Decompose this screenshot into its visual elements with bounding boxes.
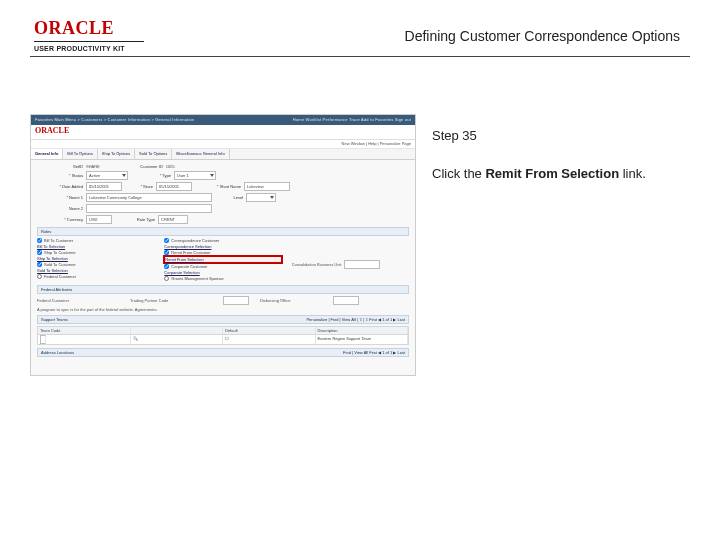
type-label: Type xyxy=(131,173,171,178)
header-rule xyxy=(30,56,690,57)
bill-to-selection-link[interactable]: Bill To Selection xyxy=(37,244,65,249)
ship-to-customer-label: Ship To Customer xyxy=(44,250,76,255)
disbursing-office-input[interactable] xyxy=(333,296,359,305)
support-teams-header: Support Teams Personalize | Find | View … xyxy=(37,315,409,324)
currency-label: Currency xyxy=(37,217,83,222)
tab-misc-general-info[interactable]: Miscellaneous General Info xyxy=(172,149,229,159)
currency-input[interactable]: USD xyxy=(86,215,112,224)
tab-bill-to-options[interactable]: Bill To Options xyxy=(63,149,98,159)
federal-note: A program to sync is for the port of the… xyxy=(37,307,409,312)
corporate-selection-link[interactable]: Corporate Selection xyxy=(164,270,199,275)
roles-col-middle: Correspondence Customer Correspondence S… xyxy=(164,238,281,282)
setid-label: SetID xyxy=(37,164,83,169)
logo-subtitle: USER PRODUCTIVITY KIT xyxy=(34,45,144,52)
oracle-wordmark: ORACLE xyxy=(34,18,144,39)
roles-col-left: Bill To Customer Bill To Selection Ship … xyxy=(37,238,154,282)
setid-value: SHARE xyxy=(86,164,100,169)
since-input[interactable]: 05/15/2001 xyxy=(156,182,192,191)
short-name-label: Short Name xyxy=(195,184,241,189)
since-label: Since xyxy=(125,184,153,189)
level-label: Level xyxy=(215,195,243,200)
customer-id-value: 1005 xyxy=(166,164,175,169)
consolidation-bu-input[interactable] xyxy=(344,260,380,269)
rate-type-input[interactable]: CRRNT xyxy=(158,215,188,224)
trading-partner-label: Trading Partner Code xyxy=(130,298,220,303)
ship-to-customer-checkbox[interactable] xyxy=(37,250,42,255)
disbursing-office-label: Disbursing Office xyxy=(260,298,330,303)
support-teams-grid: Team Code Default Description 🔍 ☐ Easter… xyxy=(37,326,409,345)
col-default: Default xyxy=(223,327,316,334)
corporate-customer-checkbox[interactable] xyxy=(164,264,169,269)
name2-input[interactable] xyxy=(86,204,212,213)
document-title: Defining Customer Correspondence Options xyxy=(405,28,680,44)
tab-ship-to-options[interactable]: Ship To Options xyxy=(98,149,135,159)
app-screenshot: Favorites Main Menu > Customers > Custom… xyxy=(30,114,416,376)
federal-attributes-header: Federal Attributes xyxy=(37,285,409,294)
oracle-logo-block: ORACLE USER PRODUCTIVITY KIT xyxy=(34,18,144,52)
remit-from-customer-label: Remit From Customer xyxy=(171,250,210,255)
step-number: Step 35 xyxy=(432,128,477,143)
breadcrumb-path[interactable]: Favorites Main Menu > Customers > Custom… xyxy=(35,117,194,122)
instruction-suffix: link. xyxy=(619,166,646,181)
breadcrumb-bar: Favorites Main Menu > Customers > Custom… xyxy=(31,115,415,125)
tab-strip: General Info Bill To Options Ship To Opt… xyxy=(31,149,415,160)
correspondence-customer-label: Correspondence Customer xyxy=(171,238,219,243)
instruction-prefix: Click the xyxy=(432,166,485,181)
remit-from-customer-checkbox[interactable] xyxy=(164,250,169,255)
remit-from-selection-link[interactable]: Remit From Selection xyxy=(165,257,203,262)
bill-to-customer-checkbox[interactable] xyxy=(37,238,42,243)
name1-input[interactable]: Lakeview Community College xyxy=(86,193,212,202)
col-description: Description xyxy=(316,327,409,334)
address-locations-toolbar[interactable]: Find | View All First ◀ 1 of 1 ▶ Last xyxy=(343,350,405,355)
federal-customer-text: Federal Customer xyxy=(37,298,127,303)
ship-to-selection-link[interactable]: Ship To Selection xyxy=(37,256,68,261)
bill-to-customer-label: Bill To Customer xyxy=(44,238,73,243)
type-select[interactable]: User 1 xyxy=(174,171,216,180)
team-code-input[interactable] xyxy=(40,335,46,344)
col-team-code: Team Code xyxy=(38,327,131,334)
instruction-target-link: Remit From Selection xyxy=(485,166,619,181)
date-added-label: Date Added xyxy=(37,184,83,189)
federal-customer-label: Federal Customer xyxy=(44,274,76,279)
short-name-input[interactable]: Lakeview xyxy=(244,182,290,191)
cell-team-code xyxy=(38,335,131,344)
sold-to-customer-checkbox[interactable] xyxy=(37,262,42,267)
page-tool-links[interactable]: New Window | Help | Personalize Page xyxy=(31,140,415,149)
consolidation-bu-label: Consolidation Business Unit xyxy=(292,262,342,267)
roles-columns: Bill To Customer Bill To Selection Ship … xyxy=(37,238,409,282)
name2-label: Name 2 xyxy=(37,206,83,211)
support-teams-title: Support Teams xyxy=(41,317,68,322)
correspondence-customer-checkbox[interactable] xyxy=(164,238,169,243)
federal-customer-checkbox[interactable] xyxy=(37,274,42,279)
corporate-customer-label: Corporate Customer xyxy=(171,264,207,269)
cell-lookup[interactable]: 🔍 xyxy=(131,335,224,344)
grants-sponsor-label: Grants Management Sponsor xyxy=(171,276,223,281)
sold-to-customer-label: Sold To Customer xyxy=(44,262,76,267)
address-locations-header: Address Locations Find | View All First … xyxy=(37,348,409,357)
grants-sponsor-checkbox[interactable] xyxy=(164,276,169,281)
support-grid-header: Team Code Default Description xyxy=(38,327,408,335)
instruction-text: Click the Remit From Selection link. xyxy=(432,166,646,181)
cell-description: Eastern Region Support Team xyxy=(316,335,409,344)
roles-col-right: Consolidation Business Unit xyxy=(292,238,409,282)
tab-general-info[interactable]: General Info xyxy=(31,149,63,159)
app-brand: ORACLE xyxy=(35,126,69,135)
status-select[interactable]: Active xyxy=(86,171,128,180)
roles-header: Roles xyxy=(37,227,409,236)
trading-partner-input[interactable] xyxy=(223,296,249,305)
logo-divider xyxy=(34,41,144,42)
support-teams-toolbar[interactable]: Personalize | Find | View All | ⇧ | ⇩ Fi… xyxy=(306,317,405,322)
support-grid-row: 🔍 ☐ Eastern Region Support Team xyxy=(38,335,408,344)
level-select[interactable] xyxy=(246,193,276,202)
sold-to-selection-link[interactable]: Sold To Selection xyxy=(37,268,68,273)
date-added-input[interactable]: 05/15/2001 xyxy=(86,182,122,191)
col-lookup xyxy=(131,327,224,334)
general-info-form: SetID SHARE Customer ID 1005 Status Acti… xyxy=(31,160,415,363)
tab-sold-to-options[interactable]: Sold To Options xyxy=(135,149,172,159)
address-locations-title: Address Locations xyxy=(41,350,74,355)
customer-id-label: Customer ID xyxy=(103,164,163,169)
status-label: Status xyxy=(37,173,83,178)
cell-default[interactable]: ☐ xyxy=(223,335,316,344)
global-links[interactable]: Home Worklist Performance Trace Add to F… xyxy=(293,115,411,125)
correspondence-selection-link[interactable]: Correspondence Selection xyxy=(164,244,211,249)
